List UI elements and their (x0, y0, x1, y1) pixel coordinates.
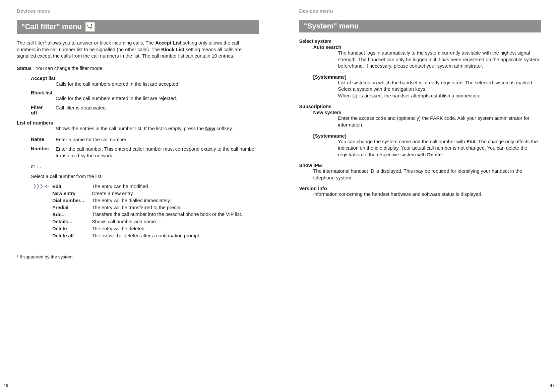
menu-item-label: Edit (52, 183, 92, 190)
menu-item-desc: Transfers the call number into the perso… (92, 211, 259, 218)
arrows-icon: ❯❯❯ (33, 183, 44, 190)
block-list-desc: Calls for the call numbers entered in th… (31, 95, 259, 102)
breadcrumb: Devices menu (17, 8, 259, 14)
status-desc: You can change the filter mode. (36, 66, 104, 71)
systemname-label-2: [Systemname] (313, 133, 542, 139)
or-text: or … (17, 164, 259, 169)
page-left: Devices menu "Call filter" menu The call… (0, 0, 279, 392)
page-right: Devices menu "System" menu Select system… (279, 0, 558, 392)
page-number: 46 (3, 383, 8, 388)
menu-item-label: Dial number... (52, 197, 92, 204)
section-header-system: "System" menu (299, 20, 542, 32)
arrow-separator: -> (44, 183, 52, 190)
section-header-call-filter: "Call filter" menu (17, 20, 259, 34)
menu-item-label: Add... (52, 211, 92, 218)
menu-item-desc: The entry will be dialled immediately. (92, 197, 259, 204)
systemname-label: [Systemname] (313, 74, 542, 80)
accept-list-label: Accept list (31, 76, 259, 81)
header-title: "System" menu (304, 22, 359, 30)
subscriptions-label: Subscriptions (299, 104, 542, 109)
version-info-desc: Information concerning the handset hardw… (299, 191, 542, 198)
page-number: 47 (550, 383, 555, 388)
menu-item-label: New entry (52, 190, 92, 197)
handset-key-icon (353, 94, 357, 98)
menu-item-label: Delete all (52, 232, 92, 239)
systemname2-desc: You can change the system name and the c… (313, 139, 542, 158)
list-of-numbers-label: List of numbers (17, 120, 259, 126)
block-list-label: Block list (31, 90, 259, 95)
filter-off-label: Filter off (31, 105, 50, 115)
menu-item-label: Predial (52, 204, 92, 211)
show-ipei-desc: The international handset ID is displaye… (299, 168, 542, 181)
call-filter-icon (85, 22, 95, 32)
context-menu-list: ❯❯❯ -> Edit The entry can be modified. N… (17, 183, 259, 239)
intro-paragraph: The call filter* allows you to answer or… (17, 40, 259, 60)
show-ipei-label: Show IPEI (299, 163, 542, 168)
footnote: * if supported by the system (17, 254, 259, 259)
menu-item-desc: The list will be deleted after a confirm… (92, 232, 259, 239)
auto-search-label: Auto search (313, 45, 542, 50)
select-call-number-line: Select a call number from the list. (17, 174, 259, 179)
footnote-rule (17, 253, 111, 253)
name-label: Name (31, 137, 56, 143)
systemname-desc-3: When is pressed, the handset attempts es… (313, 93, 542, 99)
menu-item-desc: Shows call number and name. (92, 218, 259, 225)
new-system-desc: Enter the access code and (optionally) t… (313, 115, 542, 128)
menu-item-desc: The entry will be deleted. (92, 225, 259, 232)
select-system-label: Select system (299, 38, 542, 44)
version-info-label: Version info (299, 186, 542, 191)
menu-item-desc: The entry can be modified. (92, 183, 259, 190)
name-desc: Enter a name for the call number. (56, 137, 127, 143)
new-system-label: New system (313, 110, 542, 115)
systemname-desc-2: Select a system with the navigation keys… (313, 86, 542, 93)
list-of-numbers-desc: Shows the entries in the call number lis… (17, 126, 259, 132)
filter-off-desc: Call filter is deactivated. (56, 105, 107, 115)
menu-item-label: Details... (52, 218, 92, 225)
number-label: Number (31, 146, 56, 159)
menu-item-desc: Create a new entry. (92, 190, 259, 197)
menu-item-desc: The entry will be transferred to the pre… (92, 204, 259, 211)
auto-search-desc: The handset logs in automatically to the… (313, 50, 542, 70)
breadcrumb: Devices menu (299, 8, 542, 14)
systemname-desc-1: List of systems on which the handset is … (313, 80, 542, 86)
accept-list-desc: Calls for the call numbers entered in th… (31, 81, 259, 88)
menu-item-label: Delete (52, 225, 92, 232)
header-title: "Call filter" menu (21, 22, 82, 31)
status-label: Status (17, 66, 36, 71)
number-desc: Enter the call number. This entered call… (56, 146, 259, 159)
